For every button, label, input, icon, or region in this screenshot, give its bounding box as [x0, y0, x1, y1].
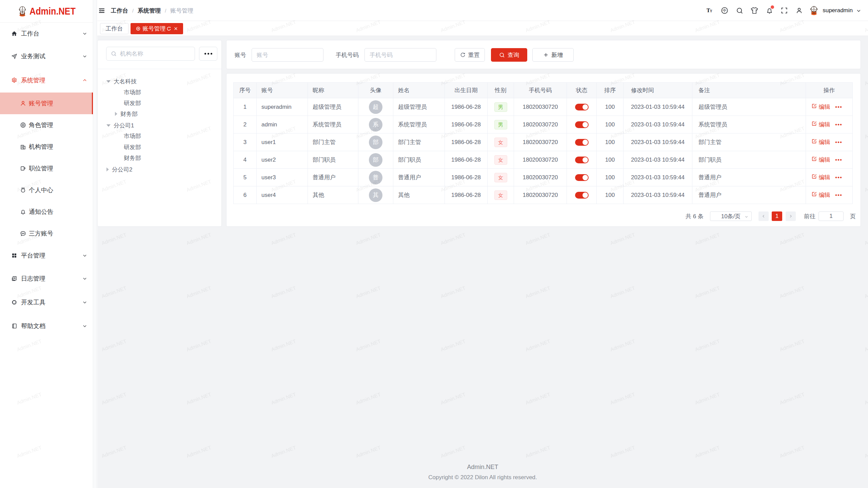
svg-text:T: T — [710, 9, 712, 13]
svg-text:中: 中 — [723, 8, 727, 13]
